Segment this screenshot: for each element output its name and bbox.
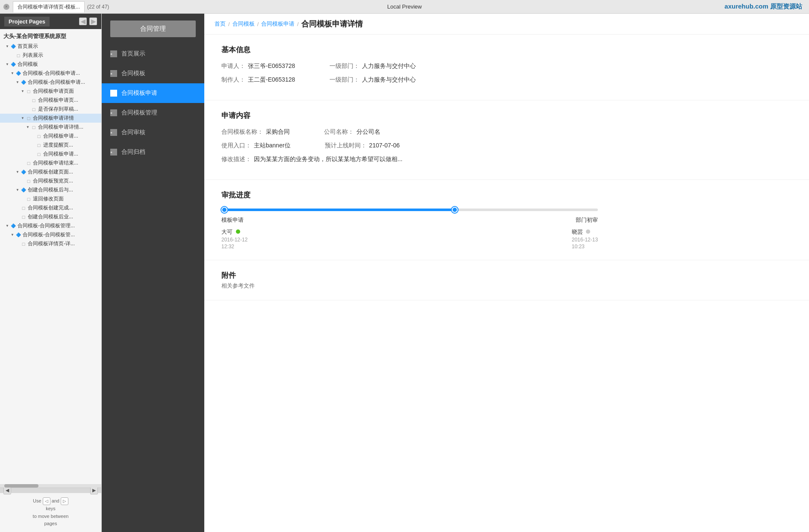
tree-label-13: 合同模板申请... — [43, 150, 78, 158]
tab-label[interactable]: 合同模板申请详情页-模板... — [13, 1, 85, 12]
progress-container: 模板申请 部门初审 — [221, 209, 598, 224]
tree-item-15[interactable]: ▼ 🔷 合同模板创建页面... — [0, 168, 101, 176]
approvers-row: 大可 2016-12-12 12:32 晓芸 2016-12-13 — [221, 228, 598, 250]
tree-item-13[interactable]: ▶ □ 合同模板申请... — [0, 150, 101, 159]
tree-item-9[interactable]: ▼ □ 合同模板申请详情 — [0, 114, 101, 123]
tree-item-14[interactable]: ▶ □ 合同模板申请结束... — [0, 159, 101, 168]
tree-item-17[interactable]: ▼ 🔷 创建合同模板后与... — [0, 185, 101, 194]
hint-use: Use — [33, 498, 41, 503]
progress-dot-start — [221, 207, 227, 213]
close-button[interactable]: × — [3, 4, 9, 10]
folder-icon-5: 🔷 — [21, 79, 26, 85]
tree-item-20[interactable]: ▶ □ 创建合同模板后业... — [0, 212, 101, 221]
apply-row-2: 使用入口： 主站banner位 预计上线时间： 2107-07-06 — [221, 142, 792, 150]
attachment-label: 相关参考文件 — [221, 282, 792, 290]
approver-1-date: 2016-12-13 — [572, 237, 598, 243]
tree-item-22[interactable]: ▼ 🔷 合同模板-合同模板管... — [0, 230, 101, 239]
folder-icon-3: 🔷 — [10, 62, 16, 68]
applicant-value: 张三爷-E0653728 — [248, 62, 295, 70]
breadcrumb-home[interactable]: 首页 — [215, 20, 226, 28]
tree-item-8[interactable]: ▶ □ 是否保存到草稿... — [0, 105, 101, 114]
basic-info-title: 基本信息 — [221, 45, 792, 55]
basic-info-row-1: 申请人： 张三爷-E0653728 一级部门： 人力服务与交付中心 — [221, 62, 792, 70]
menu-icon-homepage: ▪ — [110, 50, 117, 57]
expand-icon-17: ▼ — [15, 188, 20, 192]
tree-item-5[interactable]: ▼ 🔷 合同模板-合同模板申请... — [0, 78, 101, 87]
tree-label-9: 合同模板申请详情 — [33, 115, 74, 122]
page-icon-6: □ — [26, 88, 32, 94]
tree-label-10: 合同模板申请详情... — [38, 123, 83, 131]
breadcrumb: 首页 / 合同模板 / 合同模板申请 / 合同模板申请详情 — [204, 14, 809, 35]
breadcrumb-sep-3: / — [297, 21, 299, 27]
tree-label-5: 合同模板-合同模板申请... — [28, 79, 85, 86]
nav-next-button[interactable]: ▶ — [89, 18, 97, 25]
page-icon-16: □ — [26, 178, 32, 184]
tree-label-7: 合同模板申请页... — [38, 97, 78, 104]
tree-item-6[interactable]: ▼ □ 合同模板申请页面 — [0, 87, 101, 96]
preview-frame: 合同管理 ▪ 首页展示 ▪ 合同模板 ▪ 合同模板申请 ▪ 合同模板管理 — [102, 14, 809, 532]
bottom-resize-bar: ◀ ▶ — [0, 488, 101, 493]
contract-management-button[interactable]: 合同管理 — [110, 21, 196, 37]
apply-content-title: 申请内容 — [221, 111, 792, 121]
tree-label-14: 合同模板申请结束... — [33, 159, 78, 167]
sidebar-item-review[interactable]: ▪ 合同审核 — [102, 123, 204, 142]
apply-row-3: 修改描述： 因为某某方面的业务变动，所以某某地方希望可以做相... — [221, 156, 792, 163]
prev-key-icon: ◁ — [43, 497, 50, 505]
sidebar-item-apply[interactable]: ▪ 合同模板申请 — [102, 83, 204, 103]
sidebar-item-homepage[interactable]: ▪ 首页展示 — [102, 44, 204, 64]
tree-item-10[interactable]: ▼ □ 合同模板申请详情... — [0, 123, 101, 132]
tree-container[interactable]: 大头-某合同管理系统原型 ▼ 🔷 首页展示 ▶ □ 列表展示 ▼ 🔷 合同模板 … — [0, 29, 101, 484]
sidebar-item-archive[interactable]: ▪ 合同归档 — [102, 142, 204, 162]
maker-value: 王二蛋-E0653128 — [248, 76, 295, 84]
content-area: 合同管理 ▪ 首页展示 ▪ 合同模板 ▪ 合同模板申请 ▪ 合同模板管理 — [102, 14, 809, 532]
sidebar-item-template[interactable]: ▪ 合同模板 — [102, 64, 204, 83]
tree-label-21: 合同模板-合同模板管理... — [18, 222, 75, 229]
tree-label-16: 合同模板预览页... — [33, 177, 73, 185]
page-icon-2: □ — [15, 53, 21, 59]
project-pages-label: Project Pages — [4, 17, 50, 26]
entrance-label: 使用入口： — [221, 142, 251, 150]
tree-item-2[interactable]: ▶ □ 列表展示 — [0, 51, 101, 60]
tree-item-23[interactable]: ▶ □ 合同模板详情页-详... — [0, 239, 101, 248]
breadcrumb-apply[interactable]: 合同模板申请 — [261, 20, 294, 28]
tree-item-19[interactable]: ▶ □ 合同模板创建完成... — [0, 203, 101, 212]
page-icon-10: □ — [31, 124, 37, 130]
tree-item-12[interactable]: ▶ □ 进度提醒页... — [0, 141, 101, 150]
page-icon-11: □ — [36, 133, 42, 139]
tree-item-21[interactable]: ▼ 🔷 合同模板-合同模板管理... — [0, 221, 101, 230]
approval-title: 审批进度 — [221, 190, 792, 200]
nav-prev-button[interactable]: ◀ — [79, 18, 87, 25]
page-icon-13: □ — [36, 151, 42, 157]
dept1-item: 一级部门： 人力服务与交付中心 — [329, 62, 416, 70]
launch-time-label: 预计上线时间： — [325, 142, 367, 150]
menu-icon-archive: ▪ — [110, 149, 117, 156]
description-item: 修改描述： 因为某某方面的业务变动，所以某某地方希望可以做相... — [221, 156, 403, 163]
sidebar-label-manage: 合同模板管理 — [121, 109, 157, 117]
approver-0-name-row: 大可 — [221, 228, 247, 236]
tree-item-7[interactable]: ▶ □ 合同模板申请页... — [0, 96, 101, 105]
tree-item-16[interactable]: ▶ □ 合同模板预览页... — [0, 176, 101, 185]
page-icon-18: □ — [26, 196, 32, 202]
expand-icon-6: ▼ — [21, 89, 25, 94]
tree-label-2: 列表展示 — [23, 52, 43, 59]
breadcrumb-template[interactable]: 合同模板 — [232, 20, 255, 28]
tree-item-4[interactable]: ▼ 🔷 合同模板-合同模板申请... — [0, 69, 101, 78]
h-scrollbar-thumb[interactable] — [4, 484, 38, 488]
project-pages-header: Project Pages ◀ ▶ — [0, 14, 101, 29]
attachment-section: 附件 相关参考文件 — [204, 260, 809, 300]
expand-icon-5: ▼ — [15, 80, 20, 85]
sidebar-label-homepage: 首页展示 — [121, 50, 145, 58]
page-icon-14: □ — [26, 160, 32, 166]
dept2-label: 一级部门： — [329, 76, 359, 84]
sidebar-item-manage[interactable]: ▪ 合同模板管理 — [102, 103, 204, 123]
tree-item-18[interactable]: ▶ □ 退回修改页面 — [0, 194, 101, 203]
tree-label-18: 退回修改页面 — [33, 195, 64, 203]
h-scrollbar[interactable] — [0, 484, 101, 488]
dept2-value: 人力服务与交付中心 — [362, 76, 416, 84]
sidebar-label-archive: 合同归档 — [121, 148, 145, 156]
tree-item-3[interactable]: ▼ 🔷 合同模板 — [0, 60, 101, 69]
left-panel: Project Pages ◀ ▶ 大头-某合同管理系统原型 ▼ 🔷 首页展示 … — [0, 14, 102, 532]
tree-item-1[interactable]: ▼ 🔷 首页展示 — [0, 42, 101, 51]
dept1-label: 一级部门： — [329, 62, 359, 70]
tree-item-11[interactable]: ▶ □ 合同模板申请... — [0, 132, 101, 141]
